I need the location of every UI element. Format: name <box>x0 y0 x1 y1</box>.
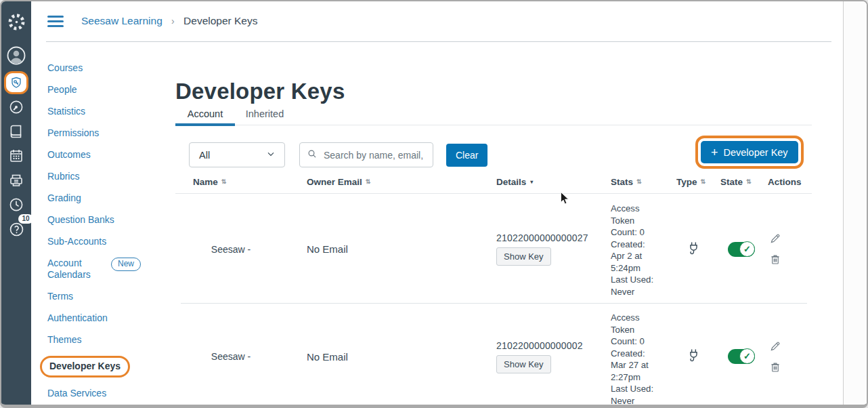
delete-trash-icon[interactable] <box>769 253 781 266</box>
main-content: Developer Keys Account Inherited All Cle… <box>175 1 842 405</box>
scrollbar-gutter[interactable] <box>843 1 867 405</box>
highlight-ring: Developer Keys <box>40 356 130 378</box>
table-row: Seesaw - No Email 21022000000000027 Show… <box>175 195 842 304</box>
sidebar-item-statistics[interactable]: Statistics <box>47 106 176 117</box>
column-header-name[interactable]: Name⇅ <box>175 177 307 193</box>
page-title: Developer Keys <box>175 79 345 104</box>
sort-desc-icon: ▾ <box>530 179 533 185</box>
clear-button[interactable]: Clear <box>446 144 487 167</box>
lti-plug-icon <box>687 241 700 258</box>
edit-pencil-icon[interactable] <box>769 232 781 245</box>
sort-icon: ⇅ <box>746 178 752 185</box>
sidebar-item-account-calendars[interactable]: Account Calendars New <box>47 258 176 281</box>
edit-pencil-icon[interactable] <box>769 340 781 352</box>
sort-icon: ⇅ <box>221 178 227 185</box>
state-toggle-on[interactable]: ✓ <box>728 242 755 257</box>
new-badge: New <box>111 258 141 271</box>
column-header-stats[interactable]: Stats⇅ <box>611 177 676 193</box>
column-header-state[interactable]: State⇅ <box>720 177 768 193</box>
plus-icon: + <box>711 147 718 158</box>
type-filter-dropdown[interactable]: All <box>189 142 285 167</box>
key-type <box>676 304 720 408</box>
key-stats: Access Token Count: 0 Created: Mar 27 at… <box>611 304 676 408</box>
user-avatar-icon[interactable] <box>6 44 26 67</box>
breadcrumb-separator: › <box>171 16 175 26</box>
column-header-details[interactable]: Details▾ <box>496 177 611 193</box>
tab-inherited[interactable]: Inherited <box>235 106 295 125</box>
table-header-row: Name⇅ Owner Email⇅ Details▾ Stats⇅ Type⇅… <box>175 177 812 194</box>
help-count-badge: 10 <box>18 214 32 224</box>
key-actions <box>768 195 842 304</box>
key-actions <box>768 304 842 408</box>
owner-email: No Email <box>307 304 496 408</box>
tab-account[interactable]: Account <box>175 106 235 125</box>
hamburger-menu-icon[interactable] <box>47 16 64 27</box>
owner-email: No Email <box>307 195 496 304</box>
inbox-printer-icon[interactable] <box>8 169 24 192</box>
sort-icon: ⇅ <box>636 178 642 185</box>
key-id: 21022000000000027 <box>496 232 588 243</box>
sidebar-item-outcomes[interactable]: Outcomes <box>47 149 176 161</box>
key-name: Seesaw - <box>175 195 307 304</box>
chevron-down-icon <box>265 148 276 161</box>
state-toggle-on[interactable]: ✓ <box>728 349 755 364</box>
clock-icon[interactable] <box>8 193 24 216</box>
book-icon[interactable] <box>8 120 24 143</box>
sidebar-item-courses[interactable]: Courses <box>47 62 176 74</box>
global-nav-rail: 10 <box>1 1 31 405</box>
key-type <box>676 195 720 304</box>
show-key-button[interactable]: Show Key <box>496 355 551 373</box>
key-state: ✓ <box>720 195 768 304</box>
admin-shield-key-icon <box>4 71 28 94</box>
search-box <box>299 142 433 167</box>
account-sidebar: Courses People Statistics Permissions Ou… <box>47 62 176 408</box>
delete-trash-icon[interactable] <box>769 361 781 373</box>
sidebar-item-authentication[interactable]: Authentication <box>47 312 176 324</box>
check-icon: ✓ <box>739 348 755 364</box>
sidebar-item-permissions[interactable]: Permissions <box>47 127 176 139</box>
sidebar-item-rubrics[interactable]: Rubrics <box>47 171 176 182</box>
sidebar-item-developer-keys[interactable]: Developer Keys <box>47 356 176 378</box>
sort-icon: ⇅ <box>366 178 371 185</box>
mouse-cursor <box>559 192 570 208</box>
sidebar-item-grading[interactable]: Grading <box>47 192 176 204</box>
key-id: 2102200000000002 <box>496 340 583 351</box>
sidebar-item-people[interactable]: People <box>47 84 176 96</box>
key-stats: Access Token Count: 0 Created: Apr 2 at … <box>611 195 676 304</box>
search-icon <box>307 148 318 162</box>
show-key-button[interactable]: Show Key <box>496 247 551 266</box>
help-icon[interactable]: 10 <box>8 218 25 241</box>
key-details: 21022000000000027 Show Key <box>496 195 611 304</box>
key-details: 2102200000000002 Show Key <box>496 304 611 408</box>
sidebar-item-data-services[interactable]: Data Services <box>47 388 176 399</box>
sidebar-item-sub-accounts[interactable]: Sub-Accounts <box>47 236 176 247</box>
column-header-actions: Actions <box>768 177 812 193</box>
dropdown-value: All <box>199 150 210 161</box>
search-input[interactable] <box>322 149 427 161</box>
column-header-owner-email[interactable]: Owner Email⇅ <box>307 177 496 193</box>
lti-plug-icon <box>687 348 700 365</box>
add-developer-key-button[interactable]: + Developer Key <box>701 141 798 163</box>
app-window: 10 Seesaw Learning › Developer Keys Cour… <box>0 0 868 408</box>
sidebar-item-terms[interactable]: Terms <box>47 291 176 302</box>
table-row: Seesaw - No Email 2102200000000002 Show … <box>175 304 842 408</box>
highlight-ring: + Developer Key <box>695 136 804 169</box>
sort-icon: ⇅ <box>701 178 706 185</box>
calendar-icon[interactable] <box>8 144 24 167</box>
sidebar-item-themes[interactable]: Themes <box>47 334 176 346</box>
sidebar-item-question-banks[interactable]: Question Banks <box>47 214 176 226</box>
gauge-icon[interactable] <box>8 96 24 119</box>
key-state: ✓ <box>720 304 768 408</box>
check-icon: ✓ <box>739 241 755 257</box>
filter-toolbar: All Clear + Developer Key <box>175 140 842 173</box>
column-header-type[interactable]: Type⇅ <box>676 177 720 193</box>
canvas-logo-icon[interactable] <box>7 10 26 33</box>
breadcrumb-account-link[interactable]: Seesaw Learning <box>81 15 162 26</box>
key-name: Seesaw - <box>175 304 307 408</box>
tab-bar: Account Inherited <box>175 106 812 125</box>
admin-nav-active[interactable] <box>4 71 28 94</box>
